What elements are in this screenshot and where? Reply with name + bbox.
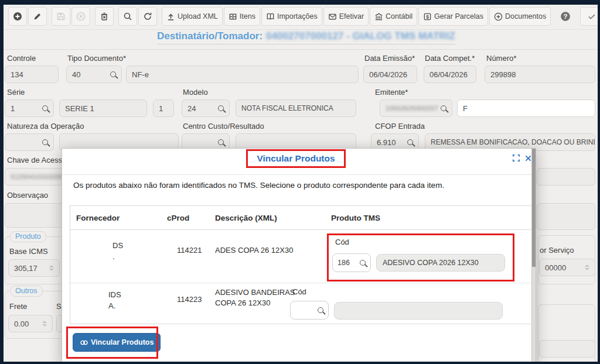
itens-button[interactable]: Itens xyxy=(224,7,260,26)
frete-field[interactable]: 0.00 xyxy=(8,315,53,332)
question-circle-icon: ? xyxy=(560,11,571,22)
search-icon[interactable] xyxy=(110,71,116,77)
link-icon xyxy=(80,339,88,346)
refresh-icon xyxy=(143,12,152,21)
data-emissao-value: 06/04/2026 xyxy=(369,70,407,79)
serie-extra-field[interactable]: 1 xyxy=(153,99,174,117)
search-icon[interactable] xyxy=(218,139,224,145)
search-icon[interactable] xyxy=(360,260,366,266)
header-divider xyxy=(4,49,598,50)
emitente-label: Emitente* xyxy=(375,88,408,97)
table-row-descricao: ADES COPA 26 12X30 xyxy=(215,246,293,255)
produto-tms-desc-field[interactable] xyxy=(334,302,503,320)
search-icon[interactable] xyxy=(42,139,48,145)
annotation-box-title: Vincular Produtos xyxy=(246,149,346,168)
search-button[interactable] xyxy=(118,7,137,26)
search-icon[interactable] xyxy=(407,139,413,145)
cfop-desc: REMESSA EM BONIFICACAO, DOACAO OU BRINDE xyxy=(431,138,595,146)
data-emissao-field[interactable]: 06/04/2026 xyxy=(363,66,417,83)
search-icon[interactable] xyxy=(218,105,224,111)
expand-button[interactable] xyxy=(511,153,521,163)
svg-text:$: $ xyxy=(426,13,429,19)
cod-value: 186 xyxy=(338,259,350,267)
modal-title: Vincular Produtos xyxy=(257,153,335,164)
tipo-documento-desc-field[interactable]: NF-e xyxy=(126,66,359,83)
contabil-button[interactable]: Contábil xyxy=(370,7,417,26)
serie-extra-value: 1 xyxy=(159,104,163,113)
modelo-code: 24 xyxy=(188,104,196,113)
tipo-documento-code: 40 xyxy=(72,70,80,79)
save-button[interactable] xyxy=(52,7,70,26)
gerar-parcelas-button[interactable]: $ Gerar Parcelas xyxy=(418,7,488,26)
controle-field[interactable]: 134 xyxy=(5,66,59,83)
documentos-button[interactable]: Documentos xyxy=(489,7,551,26)
delete-button[interactable] xyxy=(95,7,114,26)
base-icms-field[interactable]: 305,17 xyxy=(8,259,60,277)
cod-label: Cód xyxy=(292,287,306,296)
col-header-descricao: Descrição (XML) xyxy=(215,214,277,222)
fornecedor-masked-line2: . xyxy=(112,251,123,262)
search-icon[interactable] xyxy=(42,105,48,111)
table-row-cprod: 114221 xyxy=(177,246,202,255)
right-partial-field-2[interactable] xyxy=(537,203,595,230)
data-compet-field[interactable]: 06/04/2026 xyxy=(424,66,476,83)
valor-servico-field[interactable]: 00000 xyxy=(539,259,595,276)
modelo-desc: NOTA FISCAL ELETRONICA xyxy=(241,104,333,112)
data-emissao-label: Data Emissão* xyxy=(364,54,415,63)
numero-field[interactable]: 299898 xyxy=(485,66,595,83)
emitente-desc-field[interactable]: F xyxy=(457,99,595,117)
modelo-desc-field[interactable]: NOTA FISCAL ELETRONICA xyxy=(236,99,356,117)
tipo-documento-code-field[interactable]: 40 xyxy=(66,66,122,83)
refresh-button[interactable] xyxy=(138,7,157,26)
svg-text:?: ? xyxy=(564,13,568,20)
chave-acesso-field[interactable]: 51200410333200 xyxy=(5,168,68,186)
frete-label: Frete xyxy=(9,302,27,311)
produto-tms-cod-field[interactable]: 186 xyxy=(332,253,371,272)
stepper-icon[interactable] xyxy=(49,265,54,271)
efetivar-label: Efetivar xyxy=(339,12,364,20)
controle-label: Controle xyxy=(7,54,36,63)
dollar-square-icon: $ xyxy=(423,12,432,21)
importacoes-label: Importações xyxy=(277,12,318,20)
serie-desc-field[interactable]: SERIE 1 xyxy=(59,99,147,117)
right-partial-field-1[interactable] xyxy=(537,168,595,186)
tipo-documento-desc: NF-e xyxy=(132,70,149,79)
add-button[interactable] xyxy=(8,7,27,26)
observacao-field[interactable] xyxy=(5,203,68,228)
data-compet-label: Data Compet.* xyxy=(425,54,475,63)
app-window: Upload XML Itens Importações Efetivar Co… xyxy=(0,0,600,364)
pencil-icon xyxy=(33,12,42,21)
upload-xml-button[interactable]: Upload XML xyxy=(162,7,223,26)
search-icon[interactable] xyxy=(441,105,446,111)
upload-icon xyxy=(166,12,175,21)
importacoes-button[interactable]: Importações xyxy=(261,7,322,26)
produto-tms-cod-field[interactable] xyxy=(290,301,329,320)
serie-code-field[interactable]: 1 xyxy=(5,99,54,117)
observacao-label: Observaçao xyxy=(7,191,48,200)
produto-tms-desc-field[interactable]: ADESIVO COPA 2026 12X30 xyxy=(376,254,505,272)
stepper-icon[interactable] xyxy=(585,265,589,270)
destinatario-header: Destinatário/Tomador:04002707000127 - GI… xyxy=(157,30,455,44)
search-icon[interactable] xyxy=(318,307,323,313)
frete-value: 0.00 xyxy=(14,320,29,328)
scrollbar-thumb[interactable] xyxy=(532,149,536,267)
trash-icon xyxy=(100,12,109,21)
emitente-code-field[interactable]: 10553525000207 xyxy=(380,99,452,117)
table-row-cprod: 114223 xyxy=(177,295,202,304)
envelope-icon xyxy=(328,12,337,21)
cancel-button[interactable] xyxy=(71,7,90,26)
base-icms-value: 305,17 xyxy=(14,264,38,273)
toolbar-divider xyxy=(4,29,598,30)
confirm-button[interactable] xyxy=(580,7,600,26)
stepper-icon[interactable] xyxy=(42,321,47,327)
right-partial-field-3[interactable] xyxy=(539,340,595,358)
help-button[interactable]: ? xyxy=(555,7,575,26)
efetivar-button[interactable]: Efetivar xyxy=(323,7,369,26)
window-frame-top xyxy=(0,0,600,5)
save-icon xyxy=(56,12,66,21)
edit-button[interactable] xyxy=(28,7,47,26)
modelo-code-field[interactable]: 24 xyxy=(182,99,230,117)
modal-scrollbar[interactable] xyxy=(531,149,536,363)
natureza-code-field[interactable] xyxy=(5,133,54,151)
vincular-produtos-button[interactable]: Vincular Produtos xyxy=(73,333,161,352)
